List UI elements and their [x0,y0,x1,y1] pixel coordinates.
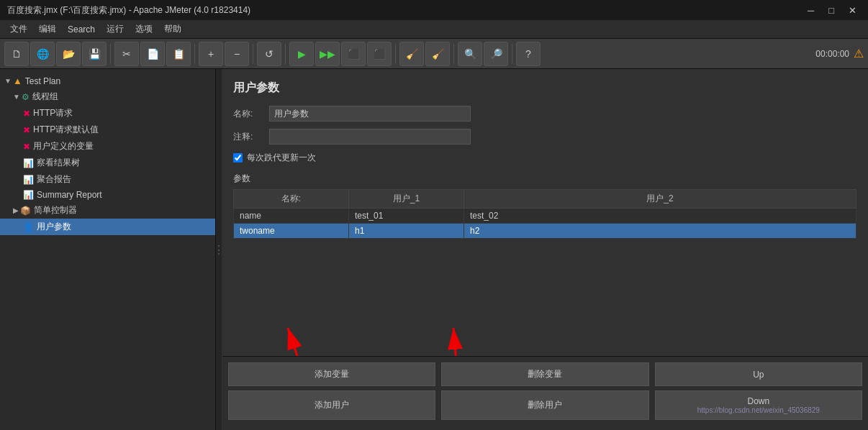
add-var-button[interactable]: 添加变量 [228,362,435,386]
toolbar: 🗋 🌐 📂 💾 ✂ 📄 📋 + − ↺ ▶ ▶▶ ⬛ ⬛ 🧹 🧹 🔍 🔎 ? 0… [0,39,868,69]
toolbar-separator-4 [285,44,286,64]
help-button[interactable]: ? [516,42,541,66]
name-label: 名称: [233,108,269,120]
menu-edit[interactable]: 编辑 [33,21,62,37]
sidebar-item-user-defined-vars[interactable]: ✖ 用户定义的变量 [0,138,215,155]
sidebar-item-http-defaults[interactable]: ✖ HTTP请求默认值 [0,122,215,138]
resize-handle[interactable]: ⋮ [216,69,222,430]
toggle-thread-group: ▼ [13,93,20,101]
search-button[interactable]: 🔍 [458,42,482,66]
row-name-cell: name [234,209,349,224]
shutdown-button[interactable]: ⬛ [367,42,392,66]
row-name-cell: twoname [234,224,349,239]
url-bar: https://blog.csdn.net/weixin_45036829 [663,406,854,414]
bottom-buttons: 添加变量 删除变量 Up 添加用户 删除用户 Down https://blog… [222,356,868,430]
http-request-label: HTTP请求 [33,107,73,119]
down-button[interactable]: Down https://blog.csdn.net/weixin_450368… [655,390,862,420]
sidebar-item-aggregate-report[interactable]: 📊 聚合报告 [0,171,215,188]
template-button[interactable]: 🌐 [30,42,55,66]
toggle-simple-controller: ▶ [13,206,19,214]
save-button[interactable]: 💾 [82,42,107,66]
menu-search[interactable]: Search [62,22,101,37]
button-row-2: 添加用户 删除用户 Down https://blog.csdn.net/wei… [228,390,862,420]
update-checkbox[interactable] [233,153,243,163]
sidebar-item-summary-report[interactable]: 📊 Summary Report [0,188,215,202]
sidebar-item-test-plan[interactable]: ▼ ▲ Test Plan [0,73,215,88]
sidebar-item-http-request[interactable]: ✖ HTTP请求 [0,105,215,122]
window-controls: ─ □ ✕ [803,4,861,17]
http-defaults-label: HTTP请求默认值 [33,124,99,136]
up-button[interactable]: Up [655,362,862,386]
col-header-user2: 用户_2 [464,190,856,209]
content-title: 用户参数 [233,81,856,96]
thread-group-icon: ⚙ [22,92,30,102]
title-bar: 百度搜索.jmx (F:\百度搜索.jmx) - Apache JMeter (… [0,0,868,20]
add-user-button[interactable]: 添加用户 [228,390,435,420]
reset-search-button[interactable]: 🔎 [484,42,508,66]
table-row[interactable]: twoname h1 h2 [234,224,856,239]
menu-options[interactable]: 选项 [130,21,158,37]
test-plan-label: Test Plan [25,76,60,86]
comment-input[interactable] [269,129,471,145]
row-user2-cell: h2 [464,224,856,239]
sidebar-item-user-params[interactable]: 👤 用户参数 [0,219,215,235]
col-header-name: 名称: [234,190,349,209]
open-button[interactable]: 📂 [56,42,81,66]
clear-all-button[interactable]: 🧹 [425,42,450,66]
menu-run[interactable]: 运行 [101,21,130,37]
toolbar-separator-3 [253,44,253,64]
maximize-button[interactable]: □ [824,4,838,17]
minimize-button[interactable]: ─ [803,4,818,17]
checkbox-row: 每次跌代更新一次 [233,152,856,164]
row-user2-cell: test_02 [464,209,856,224]
menu-bar: 文件 编辑 Search 运行 选项 帮助 [0,20,868,39]
aggregate-report-label: 聚合报告 [37,173,71,186]
toolbar-separator-7 [512,44,512,64]
toolbar-separator-2 [194,44,195,64]
thread-group-label: 线程组 [32,91,58,103]
params-table: 名称: 用户_1 用户_2 name test_01 test_02 twona… [233,189,856,239]
delete-var-button[interactable]: 删除变量 [441,362,648,386]
name-input[interactable] [269,106,471,122]
sidebar-item-simple-controller[interactable]: ▶ 📦 简单控制器 [0,202,215,219]
stop-button[interactable]: ⬛ [341,42,366,66]
delete-user-button[interactable]: 删除用户 [441,390,648,420]
close-button[interactable]: ✕ [844,4,861,17]
window-title: 百度搜索.jmx (F:\百度搜索.jmx) - Apache JMeter (… [7,4,250,17]
table-row[interactable]: name test_01 test_02 [234,209,856,224]
start-button[interactable]: ▶ [289,42,314,66]
start-no-pause-button[interactable]: ▶▶ [315,42,340,66]
user-defined-vars-label: 用户定义的变量 [33,140,94,152]
new-button[interactable]: 🗋 [4,42,29,66]
toolbar-separator-1 [110,44,111,64]
paste-button[interactable]: 📋 [166,42,191,66]
toolbar-time-area: 00:00:00 ⚠ [815,47,864,60]
menu-file[interactable]: 文件 [4,21,33,37]
params-label: 参数 [233,173,856,185]
cut-button[interactable]: ✂ [114,42,139,66]
toolbar-separator-5 [395,44,396,64]
remove-button[interactable]: − [225,42,249,66]
user-params-icon: 👤 [23,222,34,232]
menu-help[interactable]: 帮助 [158,21,187,37]
toggle-test-plan: ▼ [4,77,12,85]
add-button[interactable]: + [199,42,223,66]
http-defaults-icon: ✖ [23,125,30,135]
copy-button[interactable]: 📄 [140,42,165,66]
view-results-tree-label: 察看结果树 [37,157,80,169]
warning-icon: ⚠ [854,47,864,60]
main-layout: ▼ ▲ Test Plan ▼ ⚙ 线程组 ✖ HTTP请求 ✖ HTTP请求默… [0,69,868,430]
name-row: 名称: [233,106,856,122]
row-user1-cell: h1 [349,224,464,239]
sidebar-item-thread-group[interactable]: ▼ ⚙ 线程组 [0,88,215,105]
simple-controller-label: 简单控制器 [34,204,77,216]
comment-row: 注释: [233,129,856,145]
undo-button[interactable]: ↺ [257,42,281,66]
clear-button[interactable]: 🧹 [399,42,424,66]
elapsed-time: 00:00:00 [815,49,849,59]
sidebar-item-view-results-tree[interactable]: 📊 察看结果树 [0,155,215,171]
sidebar: ▼ ▲ Test Plan ▼ ⚙ 线程组 ✖ HTTP请求 ✖ HTTP请求默… [0,69,216,430]
user-params-label: 用户参数 [37,221,71,233]
checkbox-label: 每次跌代更新一次 [247,152,316,164]
http-request-icon: ✖ [23,109,30,119]
